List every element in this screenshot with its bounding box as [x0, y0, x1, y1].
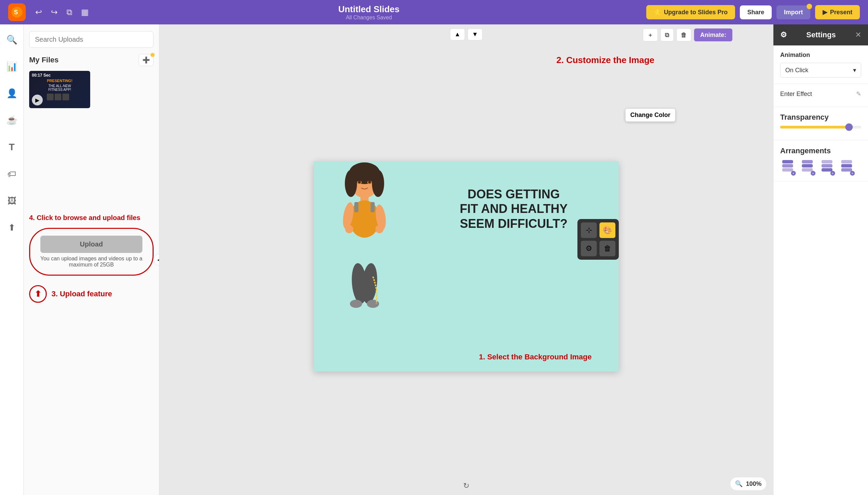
- upload-circle-icon: ⬆: [29, 285, 47, 303]
- svg-point-9: [368, 181, 371, 184]
- settings-gear-icon: ⚙: [780, 31, 787, 39]
- copy-element-button[interactable]: ⧉: [661, 29, 674, 41]
- file-thumbnail[interactable]: PRESENTING! THE ALL-NEWFITNESS APP! ▶ 00…: [29, 71, 90, 108]
- topbar-right: ⭐ Upgrade to Slides Pro Share Import ▶ P…: [646, 5, 860, 19]
- upload-btn-wrapper: Upload You can upload images and videos …: [29, 228, 154, 276]
- save-status: All Changes Saved: [98, 15, 640, 21]
- import-notification-dot: [806, 4, 812, 9]
- zoom-level: 100%: [746, 480, 762, 488]
- move-element-button[interactable]: ⊹: [581, 222, 597, 238]
- collapse-panel-button[interactable]: ◀: [154, 254, 159, 266]
- svg-text:S: S: [14, 9, 18, 16]
- upload-hint-annotation: 4. Click to browse and upload files: [29, 214, 154, 222]
- animation-label: Animation: [780, 52, 861, 59]
- character-area: [313, 161, 409, 256]
- customize-annotation: 2. Customize the Image: [557, 55, 654, 65]
- transparency-slider-fill: [780, 126, 849, 129]
- settings-element-button[interactable]: ⚙: [581, 241, 597, 256]
- grid-button[interactable]: ▦: [78, 5, 91, 20]
- send-to-back-dot: +: [850, 171, 855, 176]
- search-icon-btn[interactable]: 🔍: [3, 31, 21, 49]
- send-to-back-button[interactable]: +: [839, 160, 854, 175]
- svg-point-5: [372, 170, 384, 197]
- slide-main-text: DOES GETTING FIT AND HEALTHY SEEM DIFFIC…: [460, 187, 567, 231]
- slide-down-button[interactable]: ▼: [467, 29, 482, 40]
- upgrade-button[interactable]: ⭐ Upgrade to Slides Pro: [646, 5, 735, 19]
- search-input[interactable]: [29, 31, 154, 48]
- main-layout: 🔍 📊 👤 ☕ T 🏷 🖼 ⬆ My Files ➕ PRESENTING! T…: [0, 24, 868, 495]
- upload-button[interactable]: Upload: [40, 236, 142, 253]
- undo-button[interactable]: ↩: [33, 5, 45, 20]
- delete-element-button2[interactable]: 🗑: [599, 241, 615, 256]
- slide-canvas[interactable]: ⊹ 🎨 ⚙ 🗑: [313, 161, 619, 372]
- select-bg-annotation: 1. Select the Background Image: [479, 353, 592, 361]
- svg-point-16: [345, 225, 353, 233]
- transparency-slider-track: [780, 126, 861, 129]
- topbar-nav: ↩ ↪ ⧉ ▦: [33, 5, 91, 20]
- delete-element-button[interactable]: 🗑: [677, 29, 691, 41]
- add-element-button[interactable]: ＋: [643, 29, 658, 41]
- present-button[interactable]: ▶ Present: [815, 5, 860, 19]
- transparency-slider-thumb[interactable]: [845, 123, 853, 131]
- animate-button[interactable]: Animate:: [694, 29, 732, 41]
- text-icon-btn[interactable]: T: [5, 138, 18, 156]
- bring-forward-button[interactable]: +: [800, 160, 815, 175]
- add-file-notification-dot: [151, 53, 155, 57]
- reload-button[interactable]: ↻: [463, 481, 469, 490]
- my-files-title: My Files: [29, 56, 59, 64]
- arrangements-label: Arrangements: [780, 147, 861, 155]
- bring-to-front-dot: +: [791, 171, 796, 176]
- badge-icon-btn[interactable]: 🏷: [4, 166, 20, 183]
- animation-section: Animation On Click ▾: [773, 46, 868, 84]
- slide-up-button[interactable]: ▲: [450, 29, 465, 40]
- left-panel: My Files ➕ PRESENTING! THE ALL-NEWFITNES…: [24, 24, 159, 495]
- person-icon-btn[interactable]: 👤: [3, 85, 21, 102]
- transparency-label: Transparency: [780, 113, 861, 122]
- upload-sidebar-icon-btn[interactable]: ⬆: [5, 219, 19, 236]
- share-button[interactable]: Share: [740, 5, 772, 19]
- enter-effect-section: Enter Effect ✎: [773, 84, 868, 107]
- canvas-toolbar: ＋ ⧉ 🗑 Animate:: [643, 29, 732, 41]
- svg-rect-13: [371, 202, 375, 212]
- upload-area: 4. Click to browse and upload files Uplo…: [29, 214, 154, 303]
- change-color-tooltip: Change Color: [625, 108, 676, 122]
- thumbnail-play-btn[interactable]: ▶: [32, 95, 43, 105]
- play-icon: ▶: [822, 8, 827, 16]
- settings-panel: ⚙ Settings ✕ Animation On Click ▾ Enter …: [773, 24, 868, 495]
- change-color-button[interactable]: 🎨: [599, 222, 615, 238]
- zoom-button[interactable]: 🔍: [735, 480, 743, 488]
- add-file-button[interactable]: ➕: [139, 54, 154, 66]
- on-click-dropdown[interactable]: On Click ▾: [780, 63, 861, 78]
- svg-rect-12: [354, 202, 358, 212]
- slide-bottom-section: 1. Select the Background Image: [313, 256, 619, 372]
- chevron-down-icon: ▾: [853, 66, 856, 74]
- document-title: Untitled Slides: [98, 4, 640, 15]
- arrangements-row: + +: [780, 160, 861, 175]
- title-area: Untitled Slides All Changes Saved: [98, 4, 640, 21]
- settings-close-button[interactable]: ✕: [855, 31, 861, 39]
- image-icon-btn[interactable]: 🖼: [4, 192, 20, 209]
- bring-to-front-button[interactable]: +: [780, 160, 795, 175]
- chart-icon-btn[interactable]: 📊: [3, 58, 21, 75]
- svg-point-11: [349, 200, 380, 238]
- enter-effect-edit-icon[interactable]: ✎: [856, 90, 861, 98]
- arrangements-section: Arrangements +: [773, 140, 868, 182]
- element-popup: ⊹ 🎨 ⚙ 🗑: [577, 219, 619, 260]
- canvas-navigation: ▲ ▼: [450, 29, 482, 40]
- enter-effect-row: Enter Effect ✎: [780, 90, 861, 98]
- settings-title: Settings: [806, 31, 836, 39]
- enter-effect-label: Enter Effect: [780, 90, 812, 98]
- zoom-bar: 🔍 100%: [730, 477, 766, 490]
- coffee-icon-btn[interactable]: ☕: [3, 112, 21, 129]
- redo-button[interactable]: ↪: [48, 5, 61, 20]
- my-files-header: My Files ➕: [29, 54, 154, 66]
- duplicate-button[interactable]: ⧉: [64, 5, 75, 20]
- send-backward-button[interactable]: +: [819, 160, 834, 175]
- topbar: S ↩ ↪ ⧉ ▦ Untitled Slides All Changes Sa…: [0, 0, 868, 24]
- import-button[interactable]: Import: [777, 5, 810, 19]
- transparency-slider-container: [780, 126, 861, 129]
- icon-bar: 🔍 📊 👤 ☕ T 🏷 🖼 ⬆: [0, 24, 24, 495]
- logo: S: [8, 3, 26, 21]
- transparency-section: Transparency: [773, 107, 868, 140]
- upload-feature-label: ⬆ 3. Upload feature: [29, 285, 154, 303]
